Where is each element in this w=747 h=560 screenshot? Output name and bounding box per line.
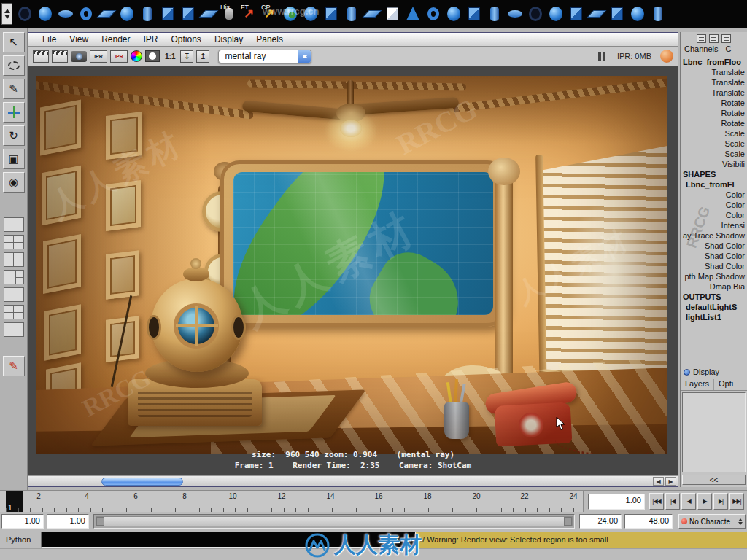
channel-attr[interactable]: Translate [681, 77, 747, 88]
layer-list[interactable] [682, 392, 746, 472]
scale-tool-icon[interactable]: ▣ [3, 149, 25, 169]
channel-attr[interactable]: ay Trace Shadow [681, 230, 747, 241]
channel-attr[interactable]: Translate [681, 88, 747, 98]
layout-two-pane-button[interactable] [4, 252, 24, 267]
channel-attr[interactable]: pth Map Shadow [681, 271, 747, 281]
render-button[interactable] [33, 50, 49, 63]
display-label[interactable]: Display [693, 368, 719, 376]
shelf-icon-sphere[interactable] [301, 4, 320, 24]
menu-render[interactable]: Render [95, 34, 136, 44]
shelf-icon-sphere[interactable] [117, 4, 136, 24]
menu-file[interactable]: File [36, 34, 63, 44]
shelf-icon-sphere[interactable] [546, 4, 565, 24]
channel-layout-icon-2[interactable] [709, 34, 719, 43]
alpha-channel-icon[interactable] [145, 50, 160, 62]
channel-attr[interactable]: Dmap Bia [681, 281, 747, 292]
shelf-icon-cone[interactable] [403, 4, 422, 24]
tab-layers[interactable]: Layers [681, 379, 714, 390]
animation-end-field[interactable]: 48.00 [624, 514, 673, 529]
channel-attr[interactable]: Shad Color [681, 241, 747, 251]
current-frame-marker[interactable]: 1 [6, 491, 23, 513]
shelf-icon-plane[interactable] [363, 4, 382, 24]
step-back-frame-button[interactable]: ◀ [681, 493, 696, 510]
shelf-icon-cube[interactable] [158, 4, 177, 24]
shelf-icon-white-cube[interactable] [383, 4, 402, 24]
shelf-icon-plane[interactable] [587, 4, 606, 24]
shelf-tab-selector[interactable] [1, 3, 12, 25]
channel-attr[interactable]: Scale [681, 128, 747, 139]
character-set-menu[interactable]: No Characte [678, 514, 746, 529]
channel-shape-node[interactable]: Lbnc_fromFl [681, 179, 747, 190]
ipr-update-button[interactable]: IPR [110, 50, 128, 63]
layout-four-pane-button[interactable] [4, 235, 24, 249]
shelf-icon-sphere[interactable] [628, 4, 647, 24]
tab-options[interactable]: Opti [714, 379, 738, 390]
play-forward-button[interactable]: ▶ [697, 493, 712, 510]
channel-object-name[interactable]: Lbnc_fromFloo [681, 57, 747, 67]
go-to-end-button[interactable]: ▶▶| [729, 493, 744, 510]
channel-attr[interactable]: Shad Color [681, 251, 747, 261]
shelf-icon-plane[interactable] [97, 4, 116, 24]
channel-attr[interactable]: Visibili [681, 159, 747, 169]
channel-attr[interactable]: Color [681, 190, 747, 200]
paint-select-tool-icon[interactable]: ✎ [3, 79, 25, 99]
menu-panels[interactable]: Panels [249, 34, 290, 44]
step-back-key-button[interactable]: |◀ [665, 493, 680, 510]
shelf-icon-cube[interactable] [608, 4, 627, 24]
shelf-icon-disc[interactable] [506, 4, 525, 24]
render-image[interactable] [36, 76, 667, 454]
shelf-icon-circle-tool[interactable] [15, 4, 34, 24]
go-to-start-button[interactable]: |◀◀ [649, 493, 664, 510]
shelf-icon-cube[interactable] [322, 4, 341, 24]
channel-attr[interactable]: Translate [681, 67, 747, 77]
shelf-icon-cylinder[interactable] [138, 4, 157, 24]
rotate-tool-icon[interactable]: ↻ [3, 125, 25, 146]
channel-attr[interactable]: Rotate [681, 108, 747, 118]
shelf-icon-cube[interactable] [465, 4, 484, 24]
menu-view[interactable]: View [63, 34, 95, 44]
shelf-icon-ft[interactable]: FT [240, 4, 259, 24]
snapshot-button[interactable] [71, 51, 87, 62]
range-slider-groove[interactable] [93, 514, 575, 529]
shelf-icon-cylinder[interactable] [342, 4, 361, 24]
shelf-icon-disc[interactable] [56, 4, 75, 24]
redo-previous-render-button[interactable] [52, 50, 68, 63]
select-tool-icon[interactable]: ↖ [3, 32, 25, 52]
paint-effects-icon[interactable]: ✎ [3, 356, 25, 376]
shelf-icon-cylinder[interactable] [485, 4, 504, 24]
shelf-icon-plane[interactable] [199, 4, 218, 24]
channel-output-node[interactable]: lightList1 [681, 312, 747, 322]
step-forward-key-button[interactable]: ▶| [713, 493, 728, 510]
range-slider-thumb[interactable] [96, 516, 573, 526]
shelf-icon-cp[interactable]: CP [260, 4, 279, 24]
display-radio-icon[interactable] [684, 369, 690, 376]
ipr-render-button[interactable]: IPR [90, 50, 107, 63]
channel-layout-icon-1[interactable] [697, 34, 706, 43]
shelf-icon-cube[interactable] [179, 4, 198, 24]
menu-ipr[interactable]: IPR [137, 34, 165, 44]
keep-image-button[interactable]: ↧ [180, 50, 193, 63]
channel-output-node[interactable]: defaultLightS [681, 302, 747, 312]
shelf-icon-history[interactable]: His [220, 4, 239, 24]
current-time-field[interactable]: 1.00 [588, 494, 645, 510]
animation-start-field[interactable]: 1.00 [1, 514, 44, 529]
shelf-icon-cube[interactable] [567, 4, 586, 24]
command-language-button[interactable]: Python [0, 531, 41, 548]
channel-attr[interactable]: Scale [681, 139, 747, 149]
channel-attr[interactable]: Shad Color [681, 261, 747, 271]
channel-layout-icon-3[interactable] [721, 34, 731, 43]
shelf-icon-circle-tool[interactable] [526, 4, 545, 24]
hscroll-left-icon[interactable]: ◀ [653, 477, 664, 486]
channel-attr[interactable]: Color [681, 210, 747, 220]
channel-attr[interactable]: Rotate [681, 98, 747, 108]
remove-image-button[interactable]: ↥ [196, 50, 209, 63]
menu-display[interactable]: Display [208, 34, 249, 44]
layout-three-pane-button[interactable] [4, 270, 24, 284]
time-slider-track[interactable]: 1 2 4 6 8 10 12 14 16 18 20 22 24 [0, 491, 584, 513]
shelf-icon-globe[interactable] [281, 4, 300, 24]
layout-stacked-button[interactable] [4, 287, 24, 302]
pause-ipr-button[interactable] [595, 50, 608, 63]
command-input[interactable] [41, 532, 416, 548]
shelf-icon-cylinder[interactable] [649, 4, 667, 24]
layout-hypergraph-button[interactable] [4, 322, 24, 337]
